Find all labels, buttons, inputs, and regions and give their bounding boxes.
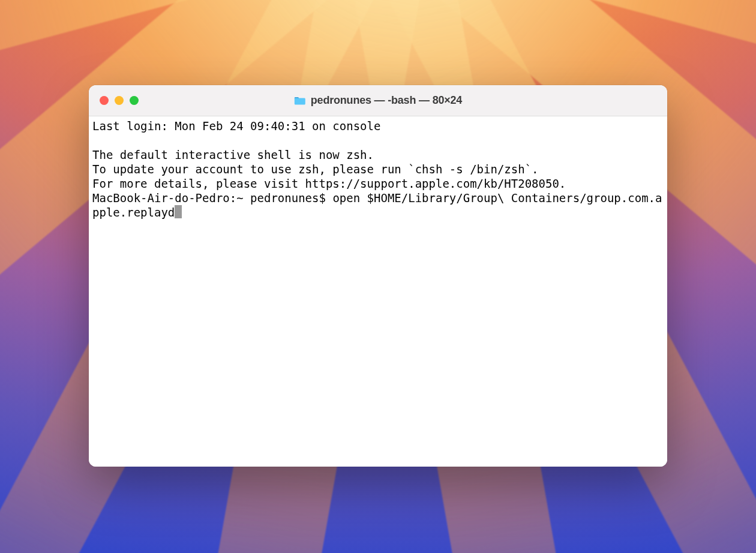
folder-icon — [294, 96, 306, 106]
close-button[interactable] — [100, 96, 109, 105]
cursor — [175, 205, 182, 218]
minimize-button[interactable] — [115, 96, 124, 105]
terminal-window[interactable]: pedronunes — -bash — 80×24 Last login: M… — [89, 85, 667, 467]
terminal-prompt: MacBook-Air-do-Pedro:~ pedronunes$ — [92, 191, 332, 205]
terminal-line: For more details, please visit https://s… — [92, 177, 566, 190]
titlebar[interactable]: pedronunes — -bash — 80×24 — [89, 85, 667, 116]
traffic-lights — [89, 96, 139, 105]
terminal-body[interactable]: Last login: Mon Feb 24 09:40:31 on conso… — [89, 116, 667, 467]
window-title: pedronunes — -bash — 80×24 — [311, 94, 462, 107]
terminal-content[interactable]: Last login: Mon Feb 24 09:40:31 on conso… — [92, 119, 664, 220]
window-title-container: pedronunes — -bash — 80×24 — [294, 94, 462, 107]
terminal-line: Last login: Mon Feb 24 09:40:31 on conso… — [92, 119, 380, 133]
maximize-button[interactable] — [130, 96, 139, 105]
terminal-line: To update your account to use zsh, pleas… — [92, 163, 539, 176]
terminal-line: The default interactive shell is now zsh… — [92, 148, 374, 161]
